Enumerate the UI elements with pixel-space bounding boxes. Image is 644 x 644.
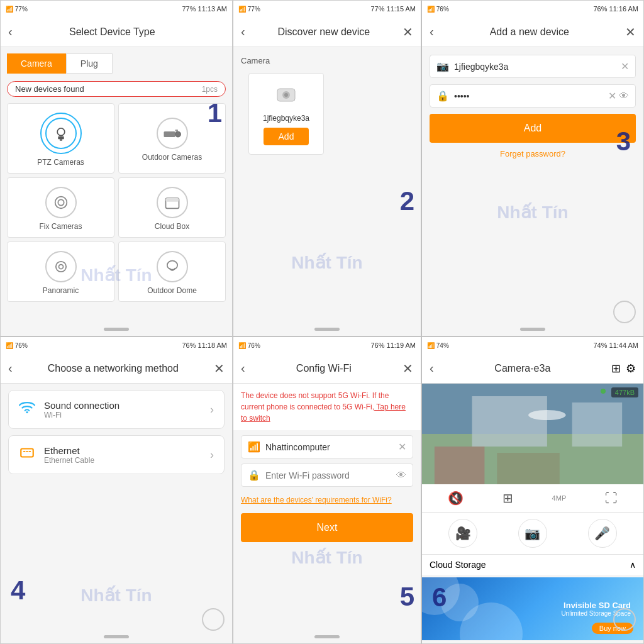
panel2-body: Camera 1jfiegbqyke3a Add: [233, 47, 421, 336]
device-item-ptz[interactable]: PTZ Cameras: [7, 103, 114, 174]
wifi-signal-icon: 📶: [248, 441, 260, 453]
home-button-6[interactable]: [613, 608, 636, 631]
close-icon-2[interactable]: ✕: [402, 25, 413, 40]
svg-point-16: [26, 411, 28, 413]
svg-point-0: [57, 128, 65, 136]
fullscreen-control[interactable]: ⛶: [605, 491, 618, 506]
back-icon-2[interactable]: ‹: [241, 25, 245, 39]
eye-icon[interactable]: 👁: [619, 91, 629, 102]
back-icon-5[interactable]: ‹: [241, 361, 245, 375]
svg-point-12: [167, 261, 177, 270]
step-1: 1: [208, 98, 222, 128]
qr-icon[interactable]: ⊞: [611, 362, 621, 375]
close-icon-4[interactable]: ✕: [214, 361, 225, 376]
video-button[interactable]: 🎥: [448, 519, 477, 548]
ethernet-icon: [19, 445, 35, 465]
outdoor-label: Outdoor Cameras: [142, 153, 202, 162]
device-id-input[interactable]: [454, 62, 621, 72]
status-signal-4: 📶 76%: [6, 342, 28, 349]
close-icon-5[interactable]: ✕: [402, 361, 413, 376]
status-time-1: 77% 11:13 AM: [182, 5, 227, 13]
svg-point-24: [528, 410, 566, 420]
svg-rect-5: [175, 130, 178, 131]
mic-button[interactable]: 🎤: [588, 519, 617, 548]
collapse-icon[interactable]: ∧: [630, 560, 636, 570]
method-wifi[interactable]: Sound connection Wi-Fi ›: [8, 390, 225, 429]
wifi-method-info: Sound connection Wi-Fi: [44, 400, 119, 419]
close-icon-3[interactable]: ✕: [625, 25, 636, 40]
device-id-label: 1jfiegbqyke3a: [263, 114, 309, 123]
status-time-5: 76% 11:19 AM: [370, 341, 416, 349]
add-button-2[interactable]: Add: [264, 128, 309, 145]
clear-icon-1[interactable]: ✕: [621, 60, 629, 72]
device-type-grid: PTZ Cameras Outdoor Cameras Fix Cameras: [7, 103, 226, 302]
panel5-body: The device does not support 5G Wi-Fi. If…: [233, 384, 421, 643]
step-4: 4: [11, 575, 25, 606]
wifi-name-input[interactable]: [265, 442, 398, 452]
back-icon-4[interactable]: ‹: [8, 361, 13, 375]
back-icon-6[interactable]: ‹: [430, 361, 434, 375]
panel3-title: Add a new device: [434, 26, 625, 38]
device-type-tabs: Camera Plug: [7, 53, 226, 74]
discovered-device-card: 1jfiegbqyke3a Add: [248, 73, 324, 155]
eye-icon-5[interactable]: 👁: [396, 470, 406, 481]
status-bar-2: 📶 77% 77% 11:15 AM: [233, 1, 421, 17]
status-time-2: 77% 11:15 AM: [370, 5, 416, 13]
clear-wifi-icon[interactable]: ✕: [398, 441, 406, 453]
svg-rect-2: [59, 139, 62, 140]
top-nav-2: ‹ Discover new device ✕: [233, 17, 421, 47]
device-item-panoramic[interactable]: Panoramic: [7, 242, 114, 302]
top-nav-5: ‹ Config Wi-Fi ✕: [233, 353, 421, 384]
resolution-control[interactable]: 4MP: [552, 494, 567, 502]
home-indicator-5: [314, 635, 340, 638]
home-indicator-2: [314, 328, 340, 331]
panel2-title: Discover new device: [245, 26, 402, 38]
wifi-title: Sound connection: [44, 400, 119, 411]
home-indicator-3: [520, 328, 545, 331]
panel5-title: Config Wi-Fi: [245, 363, 402, 374]
password-input[interactable]: [454, 91, 608, 101]
mute-control[interactable]: 🔇: [448, 491, 464, 506]
fullscreen-icon: ⛶: [605, 491, 618, 506]
wifi-password-input[interactable]: [265, 470, 396, 480]
bandwidth-label: 477kB: [611, 387, 638, 397]
home-indicator-1: [104, 328, 129, 331]
back-icon-3[interactable]: ‹: [430, 25, 434, 39]
discovered-cards: 1jfiegbqyke3a Add: [233, 68, 421, 160]
settings-icon[interactable]: ⚙: [626, 362, 636, 375]
back-icon-1[interactable]: ‹: [8, 25, 13, 39]
method-ethernet[interactable]: Ethernet Ethernet Cable ›: [8, 435, 225, 474]
svg-rect-22: [435, 447, 485, 484]
top-nav-4: ‹ Choose a networking method ✕: [1, 353, 232, 384]
wifi-password-input-row: 🔒 👁: [241, 464, 413, 487]
svg-rect-21: [572, 402, 623, 447]
cloud-storage-label: Cloud Storage: [430, 560, 486, 570]
status-bar-6: 📶 74% 74% 11:44 AM: [422, 337, 643, 353]
top-nav-1: ‹ Select Device Type: [1, 17, 232, 47]
new-devices-count: 1pcs: [202, 85, 218, 94]
tab-camera[interactable]: Camera: [7, 53, 66, 74]
new-devices-badge: New devices found 1pcs: [7, 81, 226, 97]
status-signal-6: 📶 74%: [427, 342, 449, 349]
wifi-requirements-link[interactable]: What are the devices' requirements for W…: [233, 492, 421, 508]
status-time-4: 76% 11:18 AM: [182, 341, 227, 349]
svg-point-11: [58, 265, 63, 269]
status-bar-4: 📶 76% 76% 11:18 AM: [1, 337, 232, 353]
settings-control[interactable]: ⊞: [502, 491, 513, 506]
device-item-cloudbox[interactable]: Cloud Box: [118, 177, 226, 238]
status-bar-1: 📶 77% 77% 11:13 AM: [1, 1, 232, 17]
device-item-dome[interactable]: Outdoor Dome: [118, 242, 226, 302]
device-item-fix[interactable]: Fix Cameras: [7, 177, 114, 238]
status-signal-3: 📶 76%: [427, 6, 449, 13]
forget-password-link[interactable]: Forget password?: [430, 149, 636, 158]
ptz-selected-ring: [40, 113, 82, 154]
panel4-body: Sound connection Wi-Fi › Ethernet Ethern…: [1, 384, 232, 643]
photo-button[interactable]: 📷: [518, 519, 547, 548]
next-button[interactable]: Next: [241, 513, 413, 542]
home-button-4[interactable]: [202, 608, 225, 631]
home-button-3[interactable]: [613, 301, 636, 323]
tab-plug[interactable]: Plug: [66, 53, 113, 74]
add-button-3[interactable]: Add: [430, 114, 636, 143]
clear-icon-2[interactable]: ✕: [608, 90, 616, 102]
fix-icon: [45, 187, 77, 218]
